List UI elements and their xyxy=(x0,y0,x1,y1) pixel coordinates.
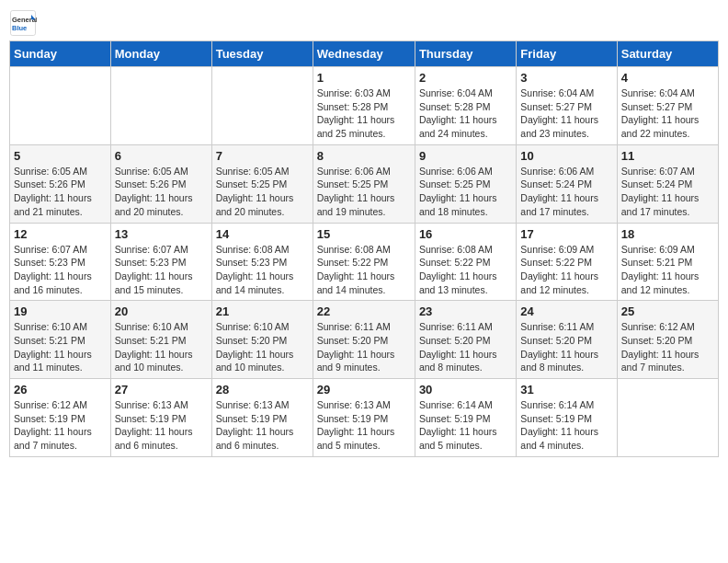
day-number: 10 xyxy=(520,149,612,163)
calendar-cell: 2Sunrise: 6:04 AMSunset: 5:28 PMDaylight… xyxy=(415,67,516,145)
calendar-cell: 16Sunrise: 6:08 AMSunset: 5:22 PMDayligh… xyxy=(415,223,516,301)
day-number: 11 xyxy=(621,149,714,163)
header-cell-wednesday: Wednesday xyxy=(313,41,415,67)
day-number: 8 xyxy=(317,149,411,163)
day-number: 15 xyxy=(317,227,411,241)
calendar-cell: 18Sunrise: 6:09 AMSunset: 5:21 PMDayligh… xyxy=(617,223,718,301)
day-number: 1 xyxy=(317,71,411,85)
day-number: 9 xyxy=(419,149,512,163)
calendar-cell: 28Sunrise: 6:13 AMSunset: 5:19 PMDayligh… xyxy=(211,379,313,457)
calendar-cell: 4Sunrise: 6:04 AMSunset: 5:27 PMDaylight… xyxy=(617,67,718,145)
day-info: Sunrise: 6:08 AMSunset: 5:22 PMDaylight:… xyxy=(419,243,512,297)
day-number: 16 xyxy=(419,227,512,241)
day-info: Sunrise: 6:10 AMSunset: 5:21 PMDaylight:… xyxy=(115,320,208,374)
day-info: Sunrise: 6:10 AMSunset: 5:20 PMDaylight:… xyxy=(216,320,309,374)
day-number: 27 xyxy=(115,383,208,396)
calendar-cell: 22Sunrise: 6:11 AMSunset: 5:20 PMDayligh… xyxy=(313,301,415,379)
calendar-week-4: 19Sunrise: 6:10 AMSunset: 5:21 PMDayligh… xyxy=(10,301,719,379)
header-cell-saturday: Saturday xyxy=(617,41,718,67)
day-number: 25 xyxy=(621,304,714,318)
day-info: Sunrise: 6:04 AMSunset: 5:27 PMDaylight:… xyxy=(621,86,714,141)
day-info: Sunrise: 6:12 AMSunset: 5:20 PMDaylight:… xyxy=(621,320,714,374)
calendar-cell: 3Sunrise: 6:04 AMSunset: 5:27 PMDaylight… xyxy=(517,67,617,145)
day-info: Sunrise: 6:09 AMSunset: 5:22 PMDaylight:… xyxy=(520,243,612,297)
day-number: 30 xyxy=(419,383,512,396)
calendar-week-5: 26Sunrise: 6:12 AMSunset: 5:19 PMDayligh… xyxy=(10,379,719,457)
calendar-week-2: 5Sunrise: 6:05 AMSunset: 5:26 PMDaylight… xyxy=(10,144,719,223)
day-number: 17 xyxy=(520,227,612,241)
header-cell-monday: Monday xyxy=(110,41,211,67)
calendar-cell: 7Sunrise: 6:05 AMSunset: 5:25 PMDaylight… xyxy=(211,144,313,223)
day-info: Sunrise: 6:14 AMSunset: 5:19 PMDaylight:… xyxy=(419,398,512,453)
day-info: Sunrise: 6:05 AMSunset: 5:25 PMDaylight:… xyxy=(216,165,309,219)
calendar-cell: 29Sunrise: 6:13 AMSunset: 5:19 PMDayligh… xyxy=(313,379,415,457)
calendar-cell xyxy=(617,379,718,457)
calendar-cell: 23Sunrise: 6:11 AMSunset: 5:20 PMDayligh… xyxy=(415,301,516,379)
day-number: 23 xyxy=(419,304,512,318)
calendar-cell: 24Sunrise: 6:11 AMSunset: 5:20 PMDayligh… xyxy=(517,301,617,379)
calendar-cell: 9Sunrise: 6:06 AMSunset: 5:25 PMDaylight… xyxy=(415,144,516,223)
day-number: 6 xyxy=(115,149,208,163)
day-number: 22 xyxy=(317,304,411,318)
day-info: Sunrise: 6:03 AMSunset: 5:28 PMDaylight:… xyxy=(317,86,411,141)
day-number: 14 xyxy=(216,227,309,241)
day-number: 7 xyxy=(216,149,309,163)
calendar-cell: 5Sunrise: 6:05 AMSunset: 5:26 PMDaylight… xyxy=(10,144,111,223)
day-info: Sunrise: 6:04 AMSunset: 5:28 PMDaylight:… xyxy=(419,86,512,141)
calendar-cell: 21Sunrise: 6:10 AMSunset: 5:20 PMDayligh… xyxy=(211,301,313,379)
calendar-week-1: 1Sunrise: 6:03 AMSunset: 5:28 PMDaylight… xyxy=(10,67,719,145)
header-cell-tuesday: Tuesday xyxy=(211,41,313,67)
calendar-cell: 19Sunrise: 6:10 AMSunset: 5:21 PMDayligh… xyxy=(10,301,111,379)
day-info: Sunrise: 6:11 AMSunset: 5:20 PMDaylight:… xyxy=(317,320,411,374)
day-info: Sunrise: 6:07 AMSunset: 5:23 PMDaylight:… xyxy=(14,243,107,297)
calendar-cell: 27Sunrise: 6:13 AMSunset: 5:19 PMDayligh… xyxy=(110,379,211,457)
day-info: Sunrise: 6:05 AMSunset: 5:26 PMDaylight:… xyxy=(14,165,107,219)
page-header: General Blue xyxy=(9,9,719,37)
day-info: Sunrise: 6:06 AMSunset: 5:24 PMDaylight:… xyxy=(520,165,612,219)
logo: General Blue xyxy=(9,9,37,37)
day-number: 21 xyxy=(216,304,309,318)
day-info: Sunrise: 6:09 AMSunset: 5:21 PMDaylight:… xyxy=(621,243,714,297)
calendar-header-row: SundayMondayTuesdayWednesdayThursdayFrid… xyxy=(10,41,719,67)
calendar-cell: 11Sunrise: 6:07 AMSunset: 5:24 PMDayligh… xyxy=(617,144,718,223)
day-number: 20 xyxy=(115,304,208,318)
day-info: Sunrise: 6:10 AMSunset: 5:21 PMDaylight:… xyxy=(14,320,107,374)
day-info: Sunrise: 6:07 AMSunset: 5:23 PMDaylight:… xyxy=(115,243,208,297)
day-number: 3 xyxy=(520,71,612,85)
calendar-cell: 31Sunrise: 6:14 AMSunset: 5:19 PMDayligh… xyxy=(517,379,617,457)
calendar-cell: 13Sunrise: 6:07 AMSunset: 5:23 PMDayligh… xyxy=(110,223,211,301)
day-info: Sunrise: 6:04 AMSunset: 5:27 PMDaylight:… xyxy=(520,86,612,141)
day-number: 4 xyxy=(621,71,714,85)
day-number: 13 xyxy=(115,227,208,241)
day-info: Sunrise: 6:14 AMSunset: 5:19 PMDaylight:… xyxy=(520,398,612,453)
header-cell-sunday: Sunday xyxy=(10,41,111,67)
calendar-cell: 1Sunrise: 6:03 AMSunset: 5:28 PMDaylight… xyxy=(313,67,415,145)
day-number: 5 xyxy=(14,149,107,163)
calendar-cell xyxy=(110,67,211,145)
day-info: Sunrise: 6:11 AMSunset: 5:20 PMDaylight:… xyxy=(419,320,512,374)
day-info: Sunrise: 6:06 AMSunset: 5:25 PMDaylight:… xyxy=(317,165,411,219)
logo-icon: General Blue xyxy=(9,9,37,37)
day-info: Sunrise: 6:11 AMSunset: 5:20 PMDaylight:… xyxy=(520,320,612,374)
day-info: Sunrise: 6:13 AMSunset: 5:19 PMDaylight:… xyxy=(317,398,411,453)
calendar-cell: 17Sunrise: 6:09 AMSunset: 5:22 PMDayligh… xyxy=(517,223,617,301)
day-number: 26 xyxy=(14,383,107,396)
calendar-cell: 10Sunrise: 6:06 AMSunset: 5:24 PMDayligh… xyxy=(517,144,617,223)
calendar-body: 1Sunrise: 6:03 AMSunset: 5:28 PMDaylight… xyxy=(10,67,719,457)
day-info: Sunrise: 6:06 AMSunset: 5:25 PMDaylight:… xyxy=(419,165,512,219)
header-cell-friday: Friday xyxy=(517,41,617,67)
day-number: 12 xyxy=(14,227,107,241)
day-number: 31 xyxy=(520,383,612,396)
day-info: Sunrise: 6:07 AMSunset: 5:24 PMDaylight:… xyxy=(621,165,714,219)
calendar-cell: 20Sunrise: 6:10 AMSunset: 5:21 PMDayligh… xyxy=(110,301,211,379)
calendar-cell: 30Sunrise: 6:14 AMSunset: 5:19 PMDayligh… xyxy=(415,379,516,457)
day-number: 28 xyxy=(216,383,309,396)
calendar-cell xyxy=(10,67,111,145)
day-number: 18 xyxy=(621,227,714,241)
calendar-cell xyxy=(211,67,313,145)
svg-text:Blue: Blue xyxy=(12,24,27,32)
calendar-cell: 15Sunrise: 6:08 AMSunset: 5:22 PMDayligh… xyxy=(313,223,415,301)
day-info: Sunrise: 6:08 AMSunset: 5:23 PMDaylight:… xyxy=(216,243,309,297)
day-number: 29 xyxy=(317,383,411,396)
calendar-cell: 26Sunrise: 6:12 AMSunset: 5:19 PMDayligh… xyxy=(10,379,111,457)
